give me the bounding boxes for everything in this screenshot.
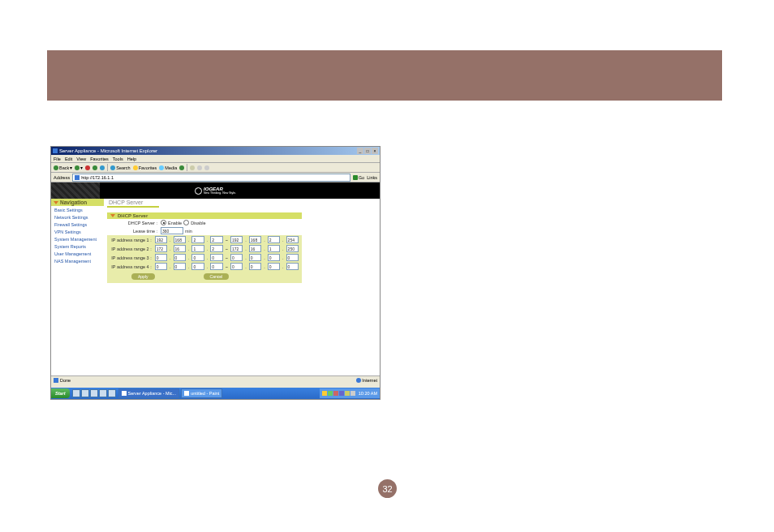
r3-to-d[interactable]: 0	[286, 254, 299, 261]
menu-help[interactable]: Help	[127, 157, 136, 161]
tray-icon[interactable]	[350, 391, 355, 396]
r4-to-a[interactable]: 0	[230, 263, 243, 270]
home-button[interactable]	[100, 165, 105, 170]
start-button[interactable]: Start	[51, 388, 70, 398]
address-value: http://172.16.1.1	[81, 175, 114, 180]
r3-to-b[interactable]: 0	[249, 254, 261, 261]
history-button[interactable]	[179, 165, 184, 170]
minimize-button[interactable]: _	[357, 148, 363, 154]
r3-from-a[interactable]: 0	[155, 254, 167, 261]
disable-radio[interactable]	[183, 220, 189, 225]
r2-to-b[interactable]: 16	[249, 245, 261, 252]
task-paint[interactable]: untitled - Paint	[181, 388, 222, 398]
r1-from-a[interactable]: 192	[155, 236, 167, 243]
media-icon	[159, 165, 164, 170]
search-button[interactable]: Search	[110, 165, 130, 170]
stop-button[interactable]	[85, 165, 90, 170]
menu-favorites[interactable]: Favorites	[90, 157, 109, 161]
forward-button[interactable]: ▾	[75, 165, 83, 170]
tray-icon[interactable]	[345, 391, 350, 396]
lease-time-input[interactable]: 360	[161, 227, 183, 234]
nav-item-user-mgmt[interactable]: User Management	[51, 250, 104, 257]
r3-from-b[interactable]: 0	[174, 254, 186, 261]
nav-item-basic[interactable]: Basic Settings	[51, 206, 104, 213]
r1-to-d[interactable]: 254	[286, 236, 299, 243]
r3-to-c[interactable]: 0	[268, 254, 280, 261]
favorites-icon	[133, 165, 138, 170]
nav-item-network[interactable]: Network Settings	[51, 213, 104, 221]
r3-from-d[interactable]: 0	[210, 254, 222, 261]
page-number: 32	[378, 479, 397, 498]
r1-to-c[interactable]: 2	[268, 236, 280, 243]
maximize-button[interactable]: □	[364, 148, 371, 154]
edit-button[interactable]	[204, 165, 209, 170]
mail-icon	[190, 165, 195, 170]
r1-from-c[interactable]: 2	[191, 236, 204, 243]
favorites-button[interactable]: Favorites	[133, 165, 157, 170]
nav-item-nas-mgmt[interactable]: NAS Management	[51, 257, 104, 264]
links-label[interactable]: Links	[367, 175, 377, 180]
ql-icon[interactable]	[81, 389, 89, 397]
r4-from-d[interactable]: 0	[210, 263, 222, 270]
r1-from-d[interactable]: 2	[210, 236, 222, 243]
r2-from-c[interactable]: 1	[191, 245, 204, 252]
r4-from-a[interactable]: 0	[155, 263, 167, 270]
r1-to-b[interactable]: 168	[249, 236, 261, 243]
mail-button[interactable]	[190, 165, 195, 170]
ql-icon[interactable]	[72, 389, 80, 397]
range1-label: IP address range 1 :	[110, 238, 153, 242]
ql-icon[interactable]	[90, 389, 98, 397]
nav-item-system-reports[interactable]: System Reports	[51, 242, 104, 250]
media-button[interactable]: Media	[159, 165, 177, 170]
r4-to-d[interactable]: 0	[286, 263, 299, 270]
enable-radio[interactable]	[161, 220, 166, 225]
r4-from-b[interactable]: 0	[174, 263, 186, 270]
r1-from-b[interactable]: 168	[174, 236, 186, 243]
r2-from-a[interactable]: 172	[155, 245, 167, 252]
stop-icon	[85, 165, 90, 170]
menu-view[interactable]: View	[76, 157, 86, 161]
r4-to-c[interactable]: 0	[268, 263, 280, 270]
ql-icon[interactable]	[108, 389, 116, 397]
task-ie[interactable]: Server Appliance - Mic...	[118, 388, 180, 398]
r1-to-a[interactable]: 192	[230, 236, 243, 243]
cancel-button[interactable]: Cancel	[204, 273, 230, 280]
edit-icon	[204, 165, 209, 170]
r2-to-a[interactable]: 172	[230, 245, 243, 252]
address-input[interactable]: http://172.16.1.1	[72, 174, 350, 182]
r3-from-c[interactable]: 0	[191, 254, 204, 261]
menu-edit[interactable]: Edit	[65, 157, 72, 161]
gear-icon	[195, 187, 202, 195]
page-content: IOGEAR New Thinking. New Style. Navigati…	[51, 182, 380, 375]
refresh-button[interactable]	[92, 165, 97, 170]
nav-item-firewall[interactable]: Firewall Settings	[51, 221, 104, 228]
statusbar: Done Internet	[51, 375, 380, 384]
apply-button[interactable]: Apply	[131, 273, 155, 280]
close-button[interactable]: ×	[372, 148, 378, 154]
r2-to-d[interactable]: 250	[286, 245, 299, 252]
menu-tools[interactable]: Tools	[113, 157, 123, 161]
nav-item-vpn[interactable]: VPN Settings	[51, 228, 104, 235]
menu-file[interactable]: File	[54, 157, 61, 161]
print-button[interactable]	[197, 165, 202, 170]
back-button[interactable]: Back▾	[54, 165, 72, 170]
r4-to-b[interactable]: 0	[249, 263, 261, 270]
back-icon	[54, 165, 58, 170]
form-header: DHCP Server	[107, 212, 302, 219]
internet-zone-icon	[356, 378, 361, 383]
tray-icon[interactable]	[333, 391, 338, 396]
tray-icon[interactable]	[328, 391, 333, 396]
r3-to-a[interactable]: 0	[230, 254, 243, 261]
tray-icon[interactable]	[339, 391, 344, 396]
r2-from-d[interactable]: 2	[210, 245, 222, 252]
browser-window: Server Appliance - Microsoft Internet Ex…	[50, 146, 381, 389]
r4-from-c[interactable]: 0	[191, 263, 204, 270]
tray-icon[interactable]	[322, 391, 327, 396]
page-icon	[75, 175, 80, 180]
go-button[interactable]: Go	[353, 175, 364, 180]
r2-to-c[interactable]: 1	[268, 245, 280, 252]
r2-from-b[interactable]: 16	[174, 245, 186, 252]
nav-item-system-mgmt[interactable]: System Management	[51, 235, 104, 242]
dhcp-form: DHCP Server DHCP Server : Enable Disable…	[107, 212, 302, 283]
ql-icon[interactable]	[99, 389, 107, 397]
